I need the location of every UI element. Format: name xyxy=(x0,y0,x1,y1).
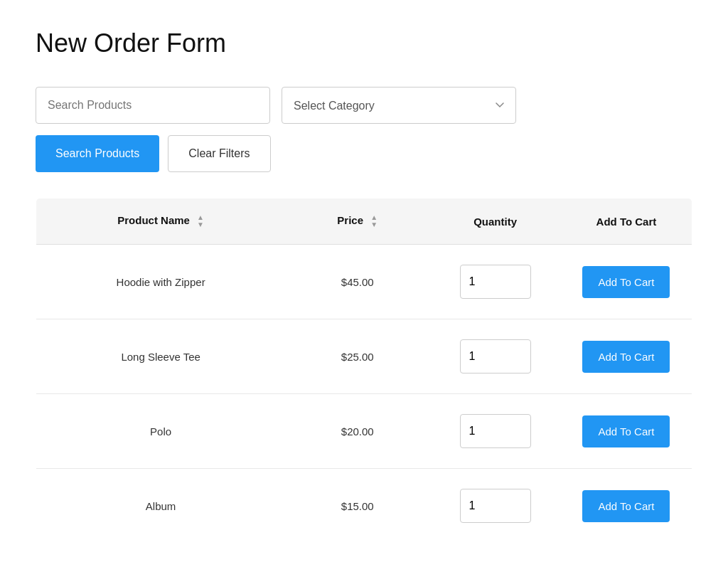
add-to-cart-button-2[interactable]: Add To Cart xyxy=(582,415,670,447)
cell-price-1: $25.00 xyxy=(285,319,429,394)
products-table: Product Name ▲ ▼ Price ▲ ▼ Quantity Add … xyxy=(36,198,692,544)
cell-product-name-1: Long Sleeve Tee xyxy=(36,319,286,394)
cell-product-name-3: Album xyxy=(36,469,286,544)
search-button[interactable]: Search Products xyxy=(36,135,159,172)
cell-quantity-1 xyxy=(429,319,561,394)
col-header-product-name[interactable]: Product Name ▲ ▼ xyxy=(36,198,286,245)
add-to-cart-button-3[interactable]: Add To Cart xyxy=(582,490,670,522)
search-input[interactable] xyxy=(36,87,270,124)
cell-quantity-0 xyxy=(429,245,561,319)
page-title: New Order Form xyxy=(36,28,692,58)
table-row: Long Sleeve Tee $25.00 Add To Cart xyxy=(36,319,692,394)
table-header-row: Product Name ▲ ▼ Price ▲ ▼ Quantity Add … xyxy=(36,198,692,245)
add-to-cart-button-1[interactable]: Add To Cart xyxy=(582,341,670,373)
cell-price-2: $20.00 xyxy=(285,394,429,469)
cell-price-3: $15.00 xyxy=(285,469,429,544)
col-label-product-name: Product Name xyxy=(117,214,190,226)
quantity-input-2[interactable] xyxy=(460,414,531,448)
quantity-input-1[interactable] xyxy=(460,339,531,373)
cell-product-name-0: Hoodie with Zipper xyxy=(36,245,286,319)
cell-add-to-cart-0: Add To Cart xyxy=(561,245,692,319)
cell-add-to-cart-3: Add To Cart xyxy=(561,469,692,544)
table-row: Album $15.00 Add To Cart xyxy=(36,469,692,544)
category-select[interactable]: Select Category Clothing Accessories Mus… xyxy=(282,87,516,124)
quantity-input-3[interactable] xyxy=(460,489,531,523)
table-row: Polo $20.00 Add To Cart xyxy=(36,394,692,469)
col-header-quantity: Quantity xyxy=(429,198,561,245)
cell-quantity-3 xyxy=(429,469,561,544)
cell-price-0: $45.00 xyxy=(285,245,429,319)
sort-icon-price[interactable]: ▲ ▼ xyxy=(370,214,378,228)
cell-product-name-2: Polo xyxy=(36,394,286,469)
sort-icon-product-name[interactable]: ▲ ▼ xyxy=(197,214,204,228)
col-header-add-to-cart: Add To Cart xyxy=(561,198,692,245)
cell-quantity-2 xyxy=(429,394,561,469)
clear-filters-button[interactable]: Clear Filters xyxy=(168,135,270,172)
buttons-row: Search Products Clear Filters xyxy=(36,135,692,172)
col-label-price: Price xyxy=(337,214,363,226)
col-label-add-to-cart: Add To Cart xyxy=(596,216,657,228)
filters-row: Select Category Clothing Accessories Mus… xyxy=(36,87,692,124)
cell-add-to-cart-2: Add To Cart xyxy=(561,394,692,469)
quantity-input-0[interactable] xyxy=(460,265,531,299)
add-to-cart-button-0[interactable]: Add To Cart xyxy=(582,266,670,298)
cell-add-to-cart-1: Add To Cart xyxy=(561,319,692,394)
col-header-price[interactable]: Price ▲ ▼ xyxy=(285,198,429,245)
table-row: Hoodie with Zipper $45.00 Add To Cart xyxy=(36,245,692,319)
col-label-quantity: Quantity xyxy=(473,216,517,228)
